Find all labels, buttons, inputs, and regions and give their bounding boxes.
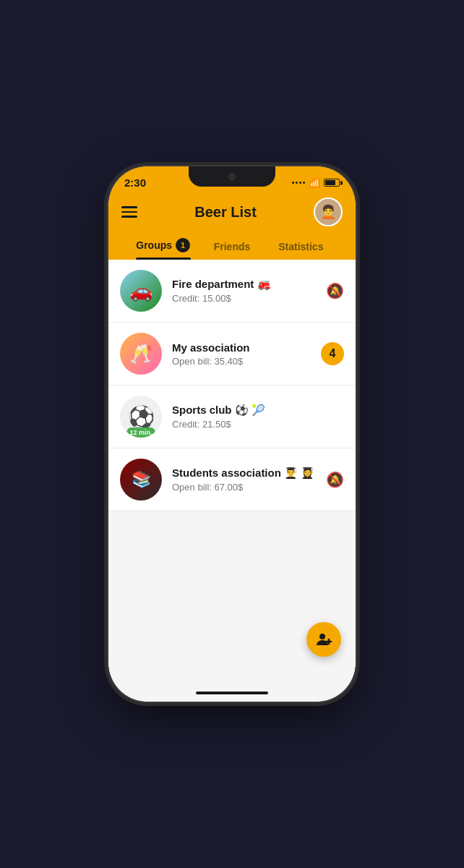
group-sub: Open bill: 35.40$ bbox=[172, 356, 314, 367]
group-avatar: 📚 bbox=[120, 459, 162, 501]
add-group-button[interactable] bbox=[306, 622, 341, 657]
tab-groups-badge: 1 bbox=[176, 238, 190, 252]
group-action: 🔕 bbox=[326, 471, 344, 488]
tabs: Groups 1 Friends Statistics bbox=[121, 232, 343, 260]
list-item[interactable]: ⚽ 12 min. Sports club ⚽ 🎾 Credit: 21.50$ bbox=[108, 386, 356, 448]
list-item[interactable]: 🚗 Fire department 🚒 Credit: 15.00$ 🔕 bbox=[108, 260, 356, 323]
tab-statistics[interactable]: Statistics bbox=[267, 235, 335, 260]
group-name: Sports club ⚽ 🎾 bbox=[172, 404, 337, 417]
tab-statistics-label: Statistics bbox=[278, 241, 323, 252]
svg-point-0 bbox=[319, 634, 325, 639]
wifi-icon: 📶 bbox=[309, 177, 320, 188]
group-avatar: 🚗 bbox=[120, 270, 162, 312]
page-title: Beer List bbox=[194, 204, 257, 221]
header: Beer List 🧑‍🦱 Groups 1 Friends Statistic… bbox=[108, 192, 356, 260]
home-indicator bbox=[108, 686, 356, 702]
menu-button[interactable] bbox=[121, 206, 137, 218]
bell-off-icon: 🔕 bbox=[326, 282, 344, 299]
home-bar bbox=[196, 692, 268, 694]
group-info: Fire department 🚒 Credit: 15.00$ bbox=[172, 278, 319, 304]
signal-icon bbox=[292, 182, 305, 184]
bell-off-icon: 🔕 bbox=[326, 471, 344, 488]
group-avatar: ⚽ 12 min. bbox=[120, 396, 162, 438]
groups-list: 🚗 Fire department 🚒 Credit: 15.00$ 🔕 🥂 M… bbox=[108, 260, 356, 686]
tab-groups[interactable]: Groups 1 bbox=[129, 232, 197, 260]
group-sub: Credit: 15.00$ bbox=[172, 293, 319, 304]
status-icons: 📶 bbox=[292, 177, 340, 188]
group-sub: Credit: 21.50$ bbox=[172, 419, 337, 430]
tab-friends[interactable]: Friends bbox=[197, 235, 266, 260]
notification-badge: 4 bbox=[321, 342, 344, 365]
list-item[interactable]: 🥂 My association Open bill: 35.40$ 4 bbox=[108, 323, 356, 386]
status-time: 2:30 bbox=[124, 176, 146, 189]
group-name: My association bbox=[172, 341, 314, 354]
battery-icon bbox=[324, 179, 340, 187]
group-avatar: 🥂 bbox=[120, 333, 162, 375]
group-info: Students association 👨‍🎓 👩‍🎓 Open bill: … bbox=[172, 467, 319, 493]
group-name: Students association 👨‍🎓 👩‍🎓 bbox=[172, 467, 319, 480]
group-action: 🔕 bbox=[326, 282, 344, 299]
user-avatar[interactable]: 🧑‍🦱 bbox=[314, 197, 343, 226]
group-info: Sports club ⚽ 🎾 Credit: 21.50$ bbox=[172, 404, 337, 430]
group-action: 4 bbox=[321, 342, 344, 365]
group-info: My association Open bill: 35.40$ bbox=[172, 341, 314, 367]
tab-groups-label: Groups bbox=[136, 239, 172, 251]
list-item[interactable]: 📚 Students association 👨‍🎓 👩‍🎓 Open bill… bbox=[108, 448, 356, 511]
group-name: Fire department 🚒 bbox=[172, 278, 319, 291]
time-badge: 12 min. bbox=[126, 427, 155, 438]
tab-friends-label: Friends bbox=[214, 241, 251, 252]
group-sub: Open bill: 67.00$ bbox=[172, 482, 319, 493]
